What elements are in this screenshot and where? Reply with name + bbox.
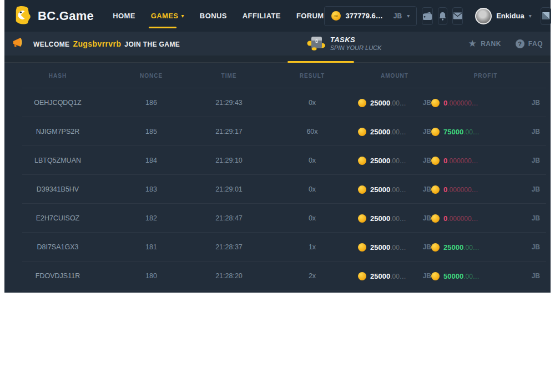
time-cell: 21:29:43 (191, 99, 266, 107)
result-cell: 0x (266, 185, 358, 193)
profit-cell: 0.000000… JB (431, 214, 540, 223)
time-cell: 21:29:10 (191, 157, 266, 164)
chevron-down-icon: ▾ (407, 13, 410, 19)
tab-strip (4, 56, 551, 63)
profit-cell: 25000.00… JB (431, 243, 540, 252)
col-header-profit: PROFIT (431, 73, 540, 79)
top-navbar: BC.Game HOME GAMES ▾ BONUS AFFILIATE FOR… (4, 0, 551, 32)
table-row[interactable]: NJIGM7PS2R 185 21:29:17 60x 25000.00… JB… (4, 117, 551, 146)
faq-link[interactable]: ? FAQ (516, 39, 543, 48)
amount-cell: 25000.00… JB (358, 243, 431, 252)
nav-item-affiliate[interactable]: AFFILIATE (243, 0, 281, 32)
nav-item-home[interactable]: HOME (113, 0, 135, 32)
chevron-down-icon: ▾ (529, 13, 532, 19)
chevron-down-icon: ▾ (181, 13, 184, 19)
active-tab-underline (149, 27, 176, 28)
nav-item-games[interactable]: GAMES ▾ (151, 0, 184, 32)
messages-button[interactable] (452, 7, 463, 25)
bell-icon (438, 12, 447, 21)
chat-panel-icon (541, 11, 551, 21)
result-cell: 1x (266, 243, 358, 251)
time-cell: 21:28:20 (191, 272, 266, 280)
col-header-hash: HASH (4, 73, 111, 79)
table-row[interactable]: E2H7CUISOZ 182 21:28:47 0x 25000.00… JB … (4, 204, 551, 233)
jb-coin-icon (431, 272, 440, 280)
result-cell: 60x (266, 128, 358, 135)
currency-label: JB (423, 243, 431, 251)
amount-cell: 25000.00… JB (358, 272, 431, 280)
amount-cell: 25000.00… JB (358, 185, 431, 194)
jb-coin-icon (431, 185, 440, 194)
envelope-icon (453, 12, 462, 19)
currency-label: JB (423, 272, 431, 280)
balance-value: 377779.6… (346, 12, 383, 20)
table-row[interactable]: LBTQ5ZMUAN 184 21:29:10 0x 25000.00… JB … (4, 146, 551, 175)
balance-currency: JB (393, 12, 402, 20)
chat-toggle-button[interactable] (541, 7, 551, 25)
nonce-cell: 180 (111, 272, 191, 280)
welcome-banner: WELCOME Zugsbvrrvrb JOIN THE GAME (4, 32, 551, 56)
col-header-time: TIME (191, 73, 266, 79)
col-header-nonce: NONCE (111, 73, 191, 79)
nonce-cell: 181 (111, 243, 191, 251)
jb-coin-icon (431, 128, 440, 136)
currency-label: JB (532, 272, 540, 280)
profit-cell: 0.000000… JB (431, 157, 540, 165)
nav-item-forum[interactable]: FORUM (296, 0, 324, 32)
currency-label: JB (532, 99, 540, 107)
table-row[interactable]: D39341B5HV 183 21:29:01 0x 25000.00… JB … (4, 175, 551, 204)
table-row[interactable]: OEHJCQDQ1Z 186 21:29:43 0x 25000.00… JB … (4, 88, 551, 117)
bets-table-panel: HASH NONCE TIME RESULT AMOUNT PROFIT OEH… (4, 63, 551, 293)
hash-cell: D8I7SA1GX3 (4, 243, 111, 251)
currency-label: JB (532, 157, 540, 164)
brand-logo[interactable]: BC.Game (12, 5, 94, 27)
result-cell: 2x (266, 272, 358, 280)
jb-coin-icon: JB (331, 11, 341, 21)
banner-links: TASKS SPIN YOUR LUCK ★ RANK ? FAQ (307, 35, 543, 53)
user-menu[interactable]: Enkidua ▾ (475, 8, 532, 24)
result-cell: 0x (266, 99, 358, 107)
amount-cell: 25000.00… JB (358, 128, 431, 136)
currency-label: JB (423, 214, 431, 222)
star-icon: ★ (468, 39, 477, 48)
time-cell: 21:28:37 (191, 243, 266, 251)
currency-label: JB (532, 243, 540, 251)
hash-cell: D39341B5HV (4, 185, 111, 193)
result-cell: 0x (266, 214, 358, 222)
jb-coin-icon (358, 128, 366, 136)
profit-cell: 50000.00… JB (431, 272, 540, 280)
time-cell: 21:29:17 (191, 128, 266, 135)
currency-label: JB (423, 185, 431, 193)
hash-cell: NJIGM7PS2R (4, 128, 111, 135)
hash-cell: E2H7CUISOZ (4, 214, 111, 222)
hash-cell: LBTQ5ZMUAN (4, 157, 111, 164)
nav-item-bonus[interactable]: BONUS (200, 0, 227, 32)
treasure-chest-icon (307, 35, 326, 53)
page: BC.Game HOME GAMES ▾ BONUS AFFILIATE FOR… (4, 0, 551, 293)
currency-label: JB (532, 185, 540, 193)
result-cell: 0x (266, 157, 358, 164)
col-header-result: RESULT (266, 73, 358, 79)
currency-label: JB (532, 128, 540, 135)
jb-coin-icon (358, 243, 366, 252)
jb-coin-icon (358, 272, 366, 280)
hash-cell: OEHJCQDQ1Z (4, 99, 111, 107)
profit-cell: 0.000000… JB (431, 185, 540, 194)
wallet-button[interactable] (422, 7, 433, 25)
currency-label: JB (423, 99, 431, 107)
table-row[interactable]: FDOVDJS11R 180 21:28:20 2x 25000.00… JB … (4, 262, 551, 290)
balance-selector[interactable]: JB 377779.6… JB ▾ (324, 6, 417, 26)
table-row[interactable]: D8I7SA1GX3 181 21:28:37 1x 25000.00… JB … (4, 233, 551, 262)
time-cell: 21:29:01 (191, 185, 266, 193)
rank-link[interactable]: ★ RANK (468, 39, 501, 48)
tasks-link[interactable]: TASKS SPIN YOUR LUCK (307, 35, 382, 53)
amount-cell: 25000.00… JB (358, 99, 431, 107)
bcgame-logo-icon (12, 5, 32, 27)
jb-coin-icon (358, 214, 366, 223)
currency-label: JB (423, 157, 431, 164)
amount-cell: 25000.00… JB (358, 214, 431, 223)
profit-cell: 0.000000… JB (431, 99, 540, 107)
jb-coin-icon (431, 243, 440, 252)
notifications-button[interactable] (438, 7, 447, 25)
currency-label: JB (423, 128, 431, 135)
